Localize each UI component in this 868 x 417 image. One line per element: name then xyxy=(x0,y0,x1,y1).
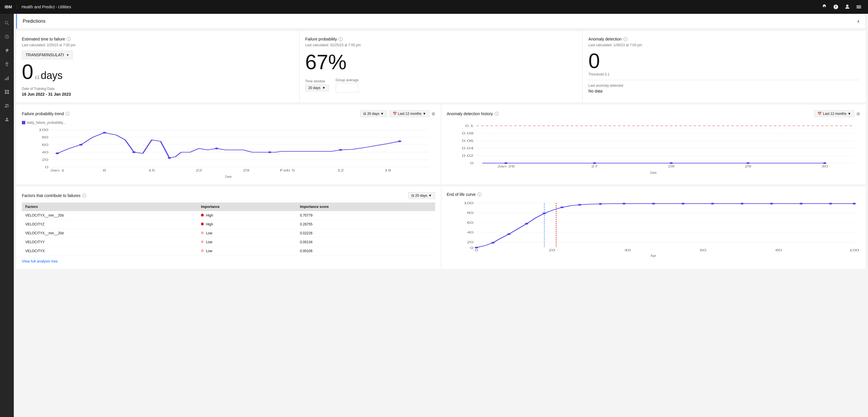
sidebar-item-location[interactable] xyxy=(0,58,14,71)
sidebar-item-search[interactable] xyxy=(0,16,14,30)
svg-rect-2 xyxy=(857,8,861,8)
end-of-life-info-icon[interactable]: i xyxy=(477,193,482,197)
failure-trend-legend: daily_failure_probability... xyxy=(22,120,435,125)
factors-table: Factors Importance Importance score VELO… xyxy=(22,203,435,255)
factor-score: 0.00134 xyxy=(297,238,435,247)
svg-text:100: 100 xyxy=(464,202,473,205)
svg-text:15: 15 xyxy=(148,169,155,172)
failure-prob-info-icon[interactable]: i xyxy=(339,37,343,41)
time-window-label: Time window xyxy=(305,79,329,83)
metric-cards-row: Estimated time to failure i Last calcula… xyxy=(16,31,866,102)
svg-rect-0 xyxy=(857,5,861,6)
table-row: VELOCITYX Low 0.00106 xyxy=(22,247,435,255)
sidebar-item-person[interactable] xyxy=(0,112,14,126)
factors-window-ctrl[interactable]: ⊟ 20 days ▼ xyxy=(408,192,435,199)
svg-point-96 xyxy=(652,203,655,205)
svg-text:80: 80 xyxy=(775,249,782,252)
end-of-life-card: End of life curve i 100 80 60 40 xyxy=(441,186,866,269)
factor-name: VELOCITYZ xyxy=(22,220,197,229)
failure-trend-window-ctrl[interactable]: ⊟ 20 days ▼ xyxy=(360,110,387,117)
sidebar-item-pin[interactable] xyxy=(0,44,14,58)
svg-text:22: 22 xyxy=(196,169,202,172)
importance-dot xyxy=(201,214,204,216)
failure-trend-x-axis-label: Date xyxy=(22,175,435,178)
sidebar-item-grid[interactable] xyxy=(0,85,14,99)
svg-point-103 xyxy=(852,203,856,205)
failure-trend-controls: ⊟ 20 days ▼ 📅 Last 12 months ▼ ⊞ xyxy=(360,110,435,117)
anomaly-history-date-ctrl[interactable]: 📅 Last 12 months ▼ xyxy=(814,110,854,117)
svg-point-37 xyxy=(56,152,59,154)
svg-text:60: 60 xyxy=(42,143,49,146)
svg-point-98 xyxy=(711,203,714,205)
svg-text:20: 20 xyxy=(42,158,49,162)
estimated-time-info-icon[interactable]: i xyxy=(67,37,71,41)
sidebar-item-history[interactable] xyxy=(0,30,14,44)
anomaly-value: 0 xyxy=(588,50,860,71)
factor-score: 0.26755 xyxy=(297,220,435,229)
days-superscript: ±1 xyxy=(34,75,40,80)
asset-dropdown[interactable]: TRANSFM/INSULATI ▼ xyxy=(22,50,73,59)
settings-icon[interactable] xyxy=(820,2,829,11)
end-of-life-title: End of life curve i xyxy=(447,192,482,197)
svg-point-101 xyxy=(799,203,803,205)
svg-text:0.08: 0.08 xyxy=(462,132,473,135)
factor-importance: Low xyxy=(197,247,296,255)
days-value-display: 0 ±1 days xyxy=(22,62,293,82)
svg-rect-8 xyxy=(6,77,7,80)
anomaly-calendar-icon: 📅 xyxy=(817,112,822,116)
date-range-label: Date of Training Data xyxy=(22,87,293,91)
sidebar-item-group[interactable] xyxy=(0,99,14,112)
factors-info-icon[interactable]: i xyxy=(82,194,86,198)
top-nav-icons xyxy=(820,2,863,11)
failure-trend-date-ctrl[interactable]: 📅 Last 12 months ▼ xyxy=(390,110,429,117)
charts-row: Failure probability trend i ⊟ 20 days ▼ … xyxy=(16,105,866,184)
factors-controls: ⊟ 20 days ▼ xyxy=(408,192,435,199)
svg-point-63 xyxy=(504,162,507,164)
svg-point-65 xyxy=(670,162,673,164)
factor-importance: High xyxy=(197,220,296,229)
svg-point-93 xyxy=(578,204,581,206)
failure-prob-value: 67% xyxy=(305,52,577,72)
legend-color-dot xyxy=(22,121,25,124)
menu-icon[interactable] xyxy=(854,2,863,11)
svg-point-16 xyxy=(6,118,8,119)
svg-point-43 xyxy=(268,151,271,153)
svg-point-89 xyxy=(507,233,510,235)
estimated-time-last-calc: Last calculated: 2/25/23 at 7:00 pm xyxy=(22,43,293,47)
svg-point-38 xyxy=(79,144,83,146)
svg-point-92 xyxy=(560,207,564,208)
svg-text:0: 0 xyxy=(474,249,478,252)
svg-text:28: 28 xyxy=(668,165,674,168)
predictions-collapse-icon[interactable]: ∧ xyxy=(857,19,860,23)
svg-rect-13 xyxy=(7,92,9,94)
svg-text:29: 29 xyxy=(744,165,751,168)
svg-point-6 xyxy=(7,63,7,64)
time-window-select[interactable]: 20 days ▼ xyxy=(305,84,329,91)
svg-point-3 xyxy=(5,21,8,24)
factors-header: Factors that contribute to failures i ⊟ … xyxy=(22,192,435,199)
factors-chevron: ▼ xyxy=(429,194,432,198)
anomaly-history-expand-icon[interactable]: ⊞ xyxy=(857,111,860,116)
failure-trend-expand-icon[interactable]: ⊞ xyxy=(432,111,435,116)
view-full-analysis-link[interactable]: View full analysis tree xyxy=(22,259,435,263)
factor-name: VELOCITYX__min__20d xyxy=(22,211,197,220)
last-anomaly-value: No data xyxy=(588,89,860,93)
anomaly-history-header: Anomaly detection history i 📅 Last 12 mo… xyxy=(447,110,860,117)
user-icon[interactable] xyxy=(843,2,852,11)
svg-text:60: 60 xyxy=(467,221,473,224)
sidebar-item-chart[interactable] xyxy=(0,71,14,85)
anomaly-history-info-icon[interactable]: i xyxy=(495,112,499,116)
svg-point-90 xyxy=(525,223,528,224)
date-chevron: ▼ xyxy=(423,112,426,116)
svg-point-44 xyxy=(339,149,342,151)
failure-trend-info-icon[interactable]: i xyxy=(65,112,69,116)
anomaly-last-calc: Last calculated: 1/30/23 at 7:00 pm xyxy=(588,43,860,47)
failure-trend-chart-card: Failure probability trend i ⊟ 20 days ▼ … xyxy=(16,105,441,184)
factors-table-header: Factors Importance Importance score xyxy=(22,203,435,211)
end-of-life-chart: 100 80 60 40 20 0 0 20 40 60 80 100 xyxy=(447,200,860,257)
svg-text:40: 40 xyxy=(467,231,473,234)
svg-text:0.1: 0.1 xyxy=(465,124,473,128)
days-number: 0 xyxy=(22,62,33,82)
anomaly-info-icon[interactable]: i xyxy=(623,37,627,41)
help-icon[interactable] xyxy=(831,2,840,11)
